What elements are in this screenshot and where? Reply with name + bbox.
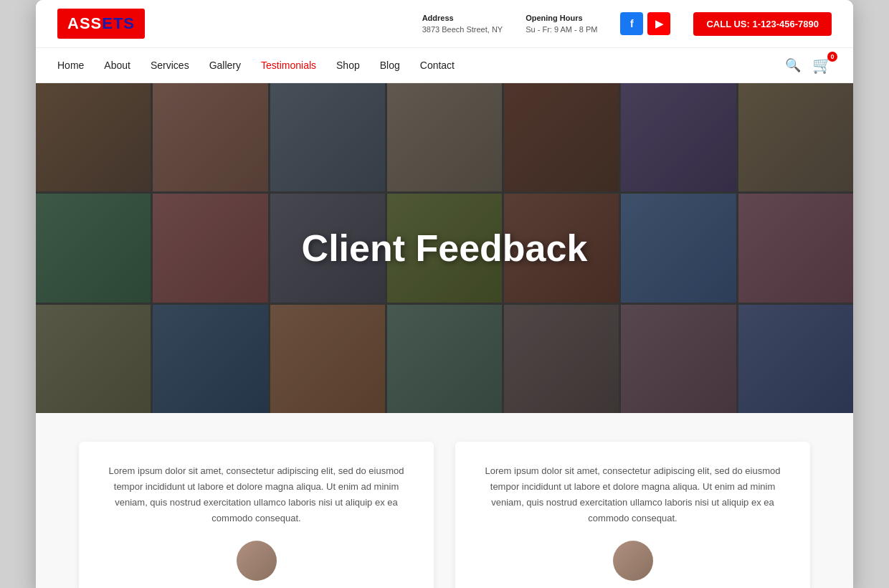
avatar-img-1 (237, 541, 277, 581)
nav-item-gallery[interactable]: Gallery (209, 48, 241, 82)
nav-item-services[interactable]: Services (151, 48, 189, 82)
avatar-2 (613, 541, 653, 581)
avatar-row-2 (477, 541, 789, 581)
nav-item-home[interactable]: Home (57, 48, 84, 82)
hours-label: Opening Hours (526, 12, 597, 24)
testimonial-card-1: Lorem ipsum dolor sit amet, consectetur … (79, 442, 434, 588)
search-icon[interactable]: 🔍 (785, 57, 801, 73)
top-bar-info: Address 3873 Beech Street, NY Opening Ho… (422, 12, 832, 36)
testimonial-card-2: Lorem ipsum dolor sit amet, consectetur … (455, 442, 810, 588)
facebook-button[interactable]: f (620, 12, 643, 35)
nav-link-services[interactable]: Services (151, 48, 189, 82)
nav-link-contact[interactable]: Contact (420, 48, 455, 82)
hero-section: Client Feedback (36, 83, 853, 413)
nav-item-about[interactable]: About (104, 48, 130, 82)
address-block: Address 3873 Beech Street, NY (422, 12, 503, 36)
logo-text-ets: ETS (102, 14, 135, 32)
top-bar: ASSETS Address 3873 Beech Street, NY Ope… (36, 0, 853, 48)
social-icons: f ▶ (620, 12, 670, 35)
nav-links: Home About Services Gallery Testimonials… (57, 48, 785, 82)
youtube-button[interactable]: ▶ (647, 12, 670, 35)
nav-right: 🔍 🛒 0 (785, 56, 832, 75)
nav-item-testimonials[interactable]: Testimonials (261, 48, 316, 82)
address-label: Address (422, 12, 503, 24)
nav-item-shop[interactable]: Shop (336, 48, 360, 82)
browser-window: ASSETS Address 3873 Beech Street, NY Ope… (36, 0, 853, 588)
call-button[interactable]: CALL US: 1-123-456-7890 (693, 12, 832, 36)
avatar-1 (237, 541, 277, 581)
avatar-row-1 (100, 541, 412, 581)
nav-link-testimonials[interactable]: Testimonials (261, 48, 316, 82)
nav-bar: Home About Services Gallery Testimonials… (36, 48, 853, 83)
nav-link-gallery[interactable]: Gallery (209, 48, 241, 82)
hero-title: Client Feedback (302, 227, 588, 270)
hero-title-overlay: Client Feedback (36, 83, 853, 413)
nav-item-contact[interactable]: Contact (420, 48, 455, 82)
nav-link-about[interactable]: About (104, 48, 130, 82)
cart-wrapper[interactable]: 🛒 0 (812, 56, 832, 75)
hours-value: Su - Fr: 9 AM - 8 PM (526, 24, 597, 36)
nav-link-home[interactable]: Home (57, 48, 84, 82)
logo[interactable]: ASSETS (57, 9, 145, 39)
nav-link-shop[interactable]: Shop (336, 48, 360, 82)
testimonials-section: Lorem ipsum dolor sit amet, consectetur … (36, 413, 853, 588)
testimonials-grid: Lorem ipsum dolor sit amet, consectetur … (79, 442, 810, 588)
hours-block: Opening Hours Su - Fr: 9 AM - 8 PM (526, 12, 597, 36)
cart-badge: 0 (827, 52, 837, 62)
testimonial-text-1: Lorem ipsum dolor sit amet, consectetur … (100, 463, 412, 526)
address-value: 3873 Beech Street, NY (422, 24, 503, 36)
nav-link-blog[interactable]: Blog (380, 48, 400, 82)
nav-item-blog[interactable]: Blog (380, 48, 400, 82)
logo-text-ass: ASS (67, 14, 102, 32)
testimonial-text-2: Lorem ipsum dolor sit amet, consectetur … (477, 463, 789, 526)
avatar-img-2 (613, 541, 653, 581)
